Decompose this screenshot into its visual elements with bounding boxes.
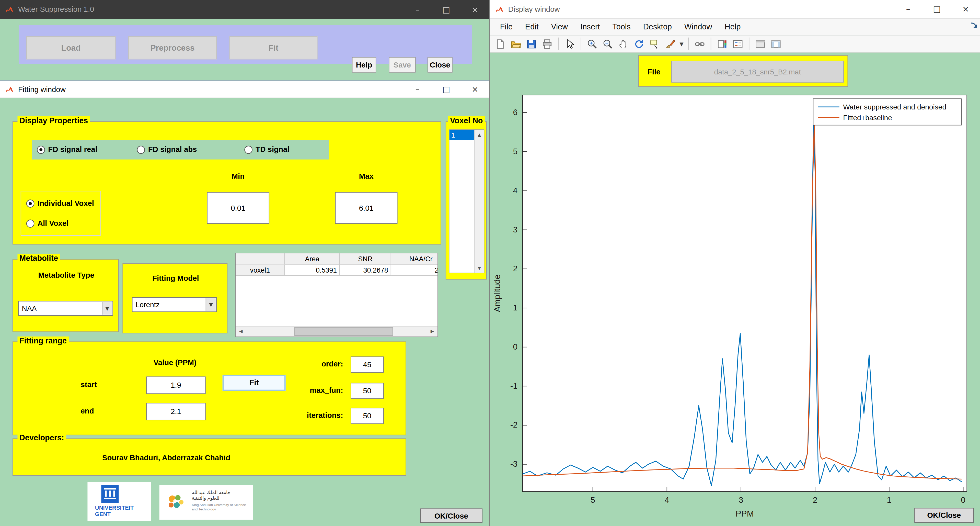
load-button[interactable]: Load xyxy=(26,36,116,59)
cursor-icon[interactable] xyxy=(562,37,577,51)
max-fun-field[interactable]: 50 xyxy=(351,383,384,399)
scroll-track[interactable] xyxy=(247,327,427,336)
scroll-up-icon[interactable]: ▲ xyxy=(475,130,484,140)
print-icon[interactable] xyxy=(540,37,554,51)
new-figure-icon[interactable] xyxy=(493,37,508,51)
row-header-corner[interactable] xyxy=(235,253,285,265)
x-tick-label: 5 xyxy=(590,495,595,505)
voxel-list-scrollbar[interactable]: ▲ ▼ xyxy=(474,130,484,273)
zoom-in-icon[interactable] xyxy=(585,37,599,51)
insert-legend-icon[interactable] xyxy=(730,37,745,51)
scroll-down-icon[interactable]: ▼ xyxy=(475,263,484,273)
open-file-icon[interactable] xyxy=(509,37,523,51)
ok-close-button[interactable]: OK/Close xyxy=(420,508,483,523)
radio-all-voxel[interactable]: All Voxel xyxy=(26,219,69,228)
insert-colorbar-icon[interactable] xyxy=(715,37,729,51)
minimize-button[interactable]: – xyxy=(403,81,432,98)
column-header-area[interactable]: Area xyxy=(285,253,340,265)
legend-entry-label: Fitted+baseline xyxy=(843,114,892,122)
maximize-button[interactable]: □ xyxy=(432,81,461,98)
radio-fd-signal-real[interactable]: FD signal real xyxy=(37,145,97,154)
table-row-header[interactable]: voxel1 xyxy=(235,265,285,276)
close-button[interactable]: × xyxy=(951,0,980,18)
radio-individual-voxel[interactable]: Individual Voxel xyxy=(26,199,94,208)
radio-td-signal[interactable]: TD signal xyxy=(244,145,289,154)
save-figure-icon[interactable] xyxy=(524,37,539,51)
voxel-list-item[interactable]: 1 xyxy=(450,130,474,140)
hide-plot-tools-icon[interactable] xyxy=(753,37,767,51)
menu-tools[interactable]: Tools xyxy=(606,19,637,35)
rotate-3d-icon[interactable] xyxy=(632,37,646,51)
panel-title: Display Properties xyxy=(18,116,90,126)
ws-window-controls: – □ × xyxy=(403,0,490,19)
table-cell[interactable]: 30.2678 xyxy=(340,265,391,276)
file-panel: File data_2_5_18_snr5_B2.mat xyxy=(638,55,848,87)
file-name-field[interactable]: data_2_5_18_snr5_B2.mat xyxy=(671,61,844,83)
table-hscrollbar[interactable]: ◀ ▶ xyxy=(235,326,438,336)
fit-button-main[interactable]: Fit xyxy=(229,36,318,59)
radio-label: All Voxel xyxy=(38,219,69,228)
iterations-label: iterations: xyxy=(263,411,343,420)
fitting-model-dropdown[interactable]: Lorentz ▼ xyxy=(132,297,217,312)
end-field[interactable]: 2.1 xyxy=(146,403,205,420)
dock-arrow-icon[interactable] xyxy=(970,21,978,32)
menu-window[interactable]: Window xyxy=(678,19,718,35)
menu-view[interactable]: View xyxy=(545,19,574,35)
preprocess-button[interactable]: Preprocess xyxy=(128,36,217,59)
panel-title: Voxel No xyxy=(448,116,485,126)
y-tick-label: -3 xyxy=(510,459,517,469)
voxel-mode-frame: Individual Voxel All Voxel xyxy=(21,191,101,236)
help-button[interactable]: Help xyxy=(352,57,376,73)
order-field[interactable]: 45 xyxy=(351,357,384,373)
start-field[interactable]: 1.9 xyxy=(146,376,205,394)
scroll-thumb[interactable] xyxy=(294,327,393,336)
data-cursor-icon[interactable] xyxy=(648,37,662,51)
link-plot-icon[interactable] xyxy=(692,37,707,51)
plot-area[interactable] xyxy=(523,95,967,492)
menu-insert[interactable]: Insert xyxy=(574,19,606,35)
close-ws-button[interactable]: Close xyxy=(428,57,453,73)
minimize-button[interactable]: – xyxy=(403,0,432,19)
scroll-right-icon[interactable]: ▶ xyxy=(427,327,438,336)
y-tick-label: 0 xyxy=(513,342,517,351)
zoom-out-icon[interactable] xyxy=(601,37,615,51)
maximize-button[interactable]: □ xyxy=(923,0,951,18)
metabolite-type-label: Metabolite Type xyxy=(13,271,119,279)
voxel-listbox[interactable]: 1 ▲ ▼ xyxy=(449,129,484,273)
start-label: start xyxy=(81,380,97,389)
min-field[interactable]: 0.01 xyxy=(207,192,270,224)
menu-desktop[interactable]: Desktop xyxy=(637,19,678,35)
max-fun-label: max_fun: xyxy=(263,386,343,395)
column-header-naacr[interactable]: NAA/Cr xyxy=(391,253,438,265)
kaust-english-name: King Abdullah University of Science and … xyxy=(192,503,250,511)
x-tick-label: 2 xyxy=(813,495,818,505)
max-field[interactable]: 6.01 xyxy=(335,192,398,224)
close-button[interactable]: × xyxy=(461,81,490,98)
table-cell[interactable]: 0.5391 xyxy=(285,265,340,276)
save-button[interactable]: Save xyxy=(389,57,415,73)
minimize-button[interactable]: – xyxy=(894,0,923,18)
radio-fd-signal-abs[interactable]: FD signal abs xyxy=(137,145,197,154)
metabolite-type-dropdown[interactable]: NAA ▼ xyxy=(18,301,113,316)
maximize-button[interactable]: □ xyxy=(432,0,461,19)
chevron-down-icon[interactable]: ▼ xyxy=(102,302,112,314)
ok-close-button[interactable]: OK/Close xyxy=(914,508,974,523)
toolbar-separator xyxy=(581,38,581,50)
fitting-model-label: Fitting Model xyxy=(123,274,228,282)
brush-icon[interactable] xyxy=(663,37,678,51)
scroll-left-icon[interactable]: ◀ xyxy=(235,327,247,336)
scroll-track[interactable] xyxy=(475,139,484,263)
pan-icon[interactable] xyxy=(616,37,631,51)
brush-dropdown-icon[interactable]: ▼ xyxy=(679,41,684,46)
close-button[interactable]: × xyxy=(461,0,490,19)
chevron-down-icon[interactable]: ▼ xyxy=(206,298,216,311)
menu-help[interactable]: Help xyxy=(718,19,747,35)
menu-file[interactable]: File xyxy=(494,19,519,35)
column-header-snr[interactable]: SNR xyxy=(340,253,391,265)
menu-edit[interactable]: Edit xyxy=(519,19,545,35)
iterations-field[interactable]: 50 xyxy=(351,408,384,424)
show-plot-tools-icon[interactable] xyxy=(768,37,783,51)
fitting-model-panel: Fitting Model Lorentz ▼ xyxy=(123,263,228,333)
panel-title: Fitting range xyxy=(18,336,68,346)
table-cell[interactable]: 2.59 xyxy=(391,265,438,276)
